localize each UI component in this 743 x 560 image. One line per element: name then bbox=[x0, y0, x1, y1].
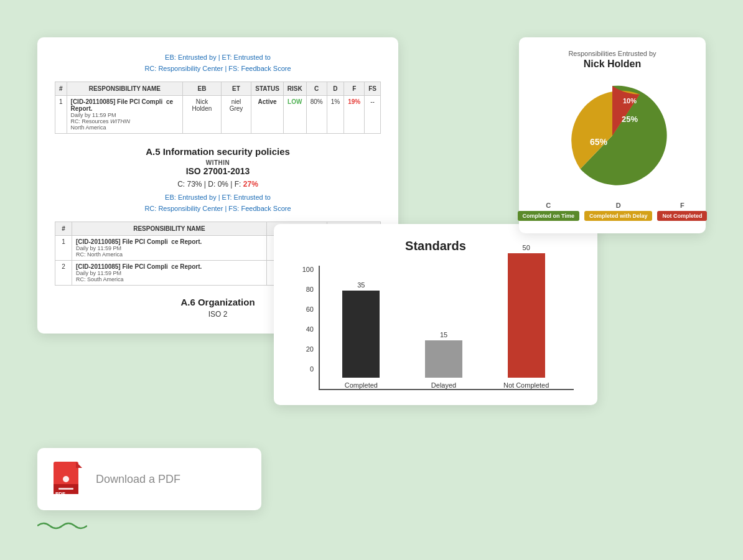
row-num: 1 bbox=[55, 96, 67, 134]
legend-c: C Completed on Time bbox=[518, 202, 579, 221]
pie-chart: 65% 25% 10% bbox=[531, 80, 693, 192]
section1-legend: EB: Entrusted by | ET: Entrusted to RC: … bbox=[55, 192, 381, 214]
legend-d: D Completed with Delay bbox=[584, 202, 653, 221]
svg-text:PDF: PDF bbox=[55, 491, 65, 497]
col-f: F bbox=[344, 82, 365, 96]
svg-point-3 bbox=[63, 476, 69, 482]
svg-text:65%: 65% bbox=[590, 137, 608, 147]
row-d: 1% bbox=[327, 96, 343, 134]
legend-c-label: Completed on Time bbox=[518, 211, 579, 221]
row-name: [CID-20110085] File PCI Compli ce Report… bbox=[67, 96, 183, 134]
standards-card: Standards 100 80 60 40 20 0 35 Completed bbox=[274, 224, 597, 405]
legend-d-label: Completed with Delay bbox=[584, 211, 653, 221]
col-risk: RISK bbox=[283, 82, 306, 96]
col-et: ET bbox=[221, 82, 251, 96]
section1-cdf: C: 73% | D: 0% | F: 27% bbox=[55, 180, 381, 189]
row2-num: 1 bbox=[55, 236, 72, 261]
col-responsibility-name: RESPONSIBILITY NAME bbox=[67, 82, 183, 96]
row-status: Active bbox=[251, 96, 284, 134]
pie-chart-card: Responsibilities Entrusted by Nick Holde… bbox=[519, 37, 706, 233]
main-container: EB: Entrusted by | ET: Entrusted to RC: … bbox=[0, 0, 743, 560]
col-num: # bbox=[55, 82, 67, 96]
col-d: D bbox=[327, 82, 343, 96]
col-c: C bbox=[306, 82, 327, 96]
col-eb: EB bbox=[183, 82, 222, 96]
table-row: 1 [CID-20110085] File PCI Compli ce Repo… bbox=[55, 96, 381, 134]
col2-responsibility-name: RESPONSIBILITY NAME bbox=[72, 222, 266, 236]
pie-name: Nick Holden bbox=[531, 58, 693, 70]
legend-f: F Not Completed bbox=[657, 202, 707, 221]
legend-d-header: D bbox=[616, 202, 621, 209]
row-et: niel Grey bbox=[221, 96, 251, 134]
row-fs: -- bbox=[365, 96, 381, 134]
svg-text:10%: 10% bbox=[623, 97, 637, 105]
col-status: STATUS bbox=[251, 82, 284, 96]
bar-delayed: 15 Delayed bbox=[409, 331, 479, 389]
pie-legend: C Completed on Time D Completed with Del… bbox=[531, 202, 693, 221]
pdf-download-card[interactable]: PDF Download a PDF bbox=[37, 448, 261, 510]
legend-f-label: Not Completed bbox=[657, 211, 707, 221]
row-risk: LOW bbox=[283, 96, 306, 134]
col2-num: # bbox=[55, 222, 72, 236]
svg-marker-1 bbox=[76, 462, 82, 468]
y-axis-labels: 100 80 60 40 20 0 bbox=[297, 266, 316, 373]
section1-within: WITHIN bbox=[55, 159, 381, 166]
pie-subtitle: Responsibilities Entrusted by bbox=[531, 50, 693, 57]
row-eb: Nick Holden bbox=[183, 96, 222, 134]
section1-iso: ISO 27001-2013 bbox=[55, 166, 381, 176]
f-value: 27% bbox=[243, 180, 258, 189]
section1-title: A.5 Information security policies bbox=[55, 146, 381, 157]
col-fs: FS bbox=[365, 82, 381, 96]
pdf-icon: PDF bbox=[52, 460, 85, 498]
row-c: 80% bbox=[306, 96, 327, 134]
row-f: 19% bbox=[344, 96, 365, 134]
row3-name: [CID-20110085] File PCI Compli ce Report… bbox=[72, 261, 266, 286]
table-1: # RESPONSIBILITY NAME EB ET STATUS RISK … bbox=[55, 82, 381, 134]
wave-decoration bbox=[37, 520, 87, 535]
row2-name: [CID-20110085] File PCI Compli ce Report… bbox=[72, 236, 266, 261]
pdf-download-label: Download a PDF bbox=[96, 473, 180, 486]
row3-num: 2 bbox=[55, 261, 72, 286]
bar-chart: 35 Completed 15 Delayed 50 Not Completed bbox=[319, 266, 574, 390]
svg-text:25%: 25% bbox=[622, 114, 638, 124]
legend-c-header: C bbox=[546, 202, 551, 209]
svg-rect-4 bbox=[58, 488, 73, 490]
legend-f-header: F bbox=[680, 202, 685, 209]
bar-completed: 35 Completed bbox=[326, 281, 396, 389]
bar-not-completed: 50 Not Completed bbox=[491, 244, 561, 389]
legend-text: EB: Entrusted by | ET: Entrusted to RC: … bbox=[55, 52, 381, 74]
